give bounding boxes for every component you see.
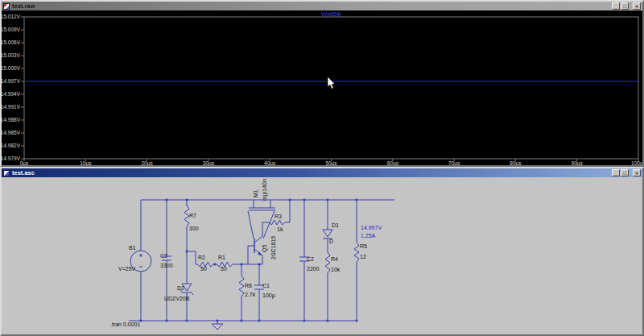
x-axis-tick-label: 60µs — [387, 160, 399, 165]
component-value-label[interactable]: V=25V — [118, 266, 136, 272]
component-value-label[interactable]: 50 — [200, 266, 207, 272]
y-axis-tick-label: 15.006V — [2, 39, 21, 45]
mouse-cursor — [328, 77, 335, 89]
component-ref-label[interactable]: C3 — [160, 253, 167, 259]
x-axis-tick-label: 10µs — [80, 160, 92, 165]
schematic-drawing[interactable]: B1V=25VC33300R7300R250R150D2UDZV20BR62.7… — [2, 177, 642, 334]
restore-button[interactable]: □ — [621, 169, 629, 176]
wire-junction — [186, 251, 188, 253]
y-axis-tick-label: 14.982V — [2, 143, 21, 148]
y-axis-tick-label: 14.979V — [2, 156, 21, 161]
waveform-viewer-window: test.raw _ □ × 15.012V15.009V15.006V15.0… — [0, 0, 644, 167]
y-axis-tick-label: 14.988V — [2, 117, 21, 122]
y-axis-tick-label: 14.994V — [2, 91, 21, 97]
component-value-label[interactable]: 100µ — [262, 292, 275, 299]
y-axis-tick-label: 15.012V — [2, 14, 21, 19]
component-ref-label[interactable]: M1 — [253, 189, 258, 197]
component-value-label[interactable]: 3300 — [160, 263, 173, 268]
x-axis-tick-label: 30µs — [203, 160, 215, 165]
component-value-label[interactable]: 300 — [189, 226, 199, 231]
wire-junction — [186, 320, 188, 322]
wire[interactable] — [248, 211, 254, 239]
restore-button[interactable]: □ — [621, 2, 629, 10]
wire[interactable] — [269, 220, 285, 225]
wire[interactable] — [263, 211, 275, 239]
wire[interactable] — [325, 252, 330, 273]
component-ref-label[interactable]: Q5 — [262, 245, 268, 252]
y-axis-tick-label: 14.985V — [2, 130, 21, 135]
component-ref-label[interactable]: D1 — [332, 222, 339, 228]
component-value-label[interactable]: 2.7k — [245, 292, 256, 297]
wire-junction — [241, 320, 243, 322]
component-ref-label[interactable]: R5 — [360, 243, 367, 249]
component-ref-label[interactable]: R1 — [218, 255, 225, 260]
waveform-file-icon — [3, 3, 10, 10]
wire-junction — [356, 320, 358, 322]
x-axis-tick-label: 80µs — [510, 160, 522, 165]
wire[interactable] — [354, 243, 359, 262]
waveform-plot[interactable]: 15.012V15.009V15.006V15.003V15.000V14.99… — [2, 10, 642, 165]
component-value-label[interactable]: 2200 — [307, 266, 320, 272]
wire[interactable] — [254, 222, 262, 243]
wire-junction — [289, 199, 291, 201]
component-value-label[interactable]: 50 — [221, 266, 227, 272]
waveform-window-title: test.raw — [12, 2, 35, 10]
wire-junction — [214, 263, 217, 266]
wire-junction — [327, 199, 329, 201]
trace-name-label[interactable]: V(n004) — [321, 11, 341, 18]
component-ref-label[interactable]: C1 — [262, 283, 270, 288]
minimize-button[interactable]: _ — [612, 2, 620, 10]
component-value-label[interactable]: D — [329, 239, 333, 244]
y-axis-tick-label: 15.003V — [2, 52, 21, 58]
net-annotation: 14.997V — [361, 225, 382, 230]
component-value-label[interactable]: 12 — [360, 254, 366, 259]
component-ref-label[interactable]: R3 — [275, 214, 282, 219]
net-annotation: 1.25A — [361, 233, 376, 239]
wire-junction — [303, 199, 306, 201]
wire[interactable] — [248, 246, 254, 264]
waveform-window-titlebar[interactable]: test.raw _ □ × — [2, 2, 642, 10]
close-button[interactable]: × — [633, 2, 641, 10]
y-axis-tick-label: 14.991V — [2, 104, 21, 110]
schematic-file-icon — [3, 170, 10, 176]
component-value-label[interactable]: 2SC1815 — [270, 236, 276, 259]
x-axis-tick-label: 100µs — [631, 160, 642, 165]
component-ref-label[interactable]: R4 — [331, 256, 338, 262]
component-ref-label[interactable]: D2 — [177, 285, 184, 291]
wire-junction — [166, 199, 168, 201]
x-axis-tick-label: 50µs — [325, 160, 337, 165]
component-value-label[interactable]: 1k — [277, 226, 283, 232]
component-ref-label[interactable]: R7 — [189, 213, 196, 218]
ground-symbol[interactable] — [212, 324, 223, 330]
diode-symbol[interactable] — [323, 230, 332, 237]
close-button[interactable]: × — [633, 169, 641, 176]
wire-junction — [258, 263, 261, 266]
component-ref-label[interactable]: B1 — [129, 245, 136, 251]
x-axis-tick-label: 0µs — [20, 160, 29, 165]
wire-junction — [356, 199, 358, 201]
wire-junction — [166, 320, 168, 322]
waveform-plot-area[interactable]: 15.012V15.009V15.006V15.003V15.000V14.99… — [2, 10, 642, 165]
wire[interactable] — [239, 276, 244, 297]
component-ref-label[interactable]: R6 — [245, 283, 252, 288]
y-axis-tick-label: 14.997V — [2, 78, 21, 84]
wire-junction — [258, 320, 261, 322]
y-axis-tick-label: 15.009V — [2, 27, 21, 32]
schematic-editor-window: test.asc _ □ × B1V=25VC33300R7300R250R15… — [0, 167, 644, 336]
wire[interactable] — [187, 251, 196, 264]
wire[interactable] — [285, 200, 290, 222]
component-ref-label[interactable]: C2 — [307, 256, 314, 262]
component-value-label[interactable]: UDZV20B — [164, 296, 190, 301]
component-value-label[interactable]: 10k — [331, 267, 341, 272]
minimize-button[interactable]: _ — [612, 169, 620, 176]
schematic-canvas[interactable]: B1V=25VC33300R7300R250R150D2UDZV20BR62.7… — [2, 177, 642, 334]
spice-directive[interactable]: .tran 0.0001 — [110, 321, 140, 327]
component-ref-label[interactable]: R2 — [198, 255, 205, 260]
wire-junction — [186, 199, 188, 201]
component-value-label[interactable]: mjp140n — [262, 179, 268, 201]
wire-junction — [327, 320, 329, 322]
x-axis-tick-label: 40µs — [264, 160, 276, 165]
wire-junction — [303, 320, 306, 322]
schematic-window-titlebar[interactable]: test.asc _ □ × — [2, 168, 642, 177]
x-axis-tick-label: 90µs — [572, 160, 584, 165]
